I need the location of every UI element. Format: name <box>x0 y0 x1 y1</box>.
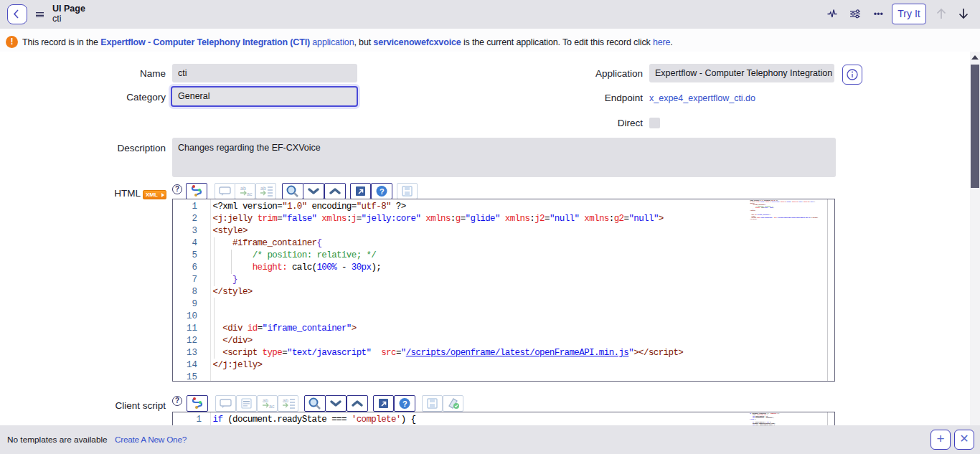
svg-text:?: ? <box>380 187 385 196</box>
svg-text:ab: ab <box>263 398 268 403</box>
svg-text:ab: ab <box>283 398 288 403</box>
svg-text:ab: ab <box>240 186 246 191</box>
svg-text:?: ? <box>402 399 407 408</box>
svg-text:ac: ac <box>269 404 275 409</box>
svg-text:ab: ab <box>260 186 266 191</box>
svg-text:ac: ac <box>247 191 253 197</box>
